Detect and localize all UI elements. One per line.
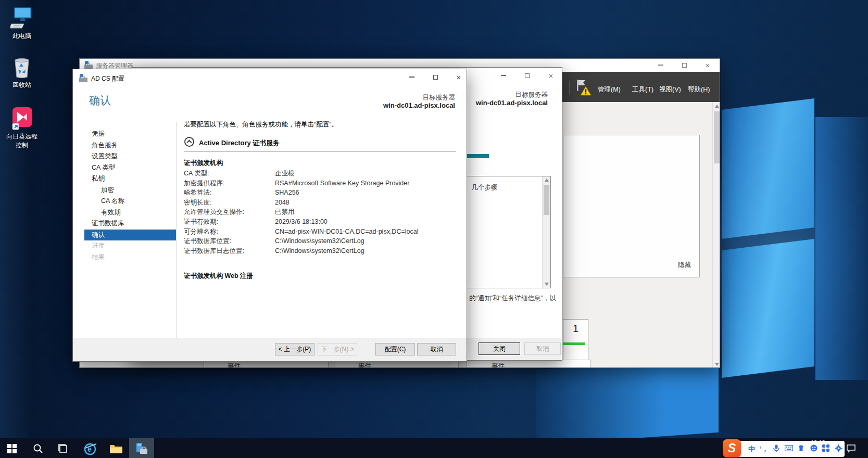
menu-manage[interactable]: 管理(M)	[598, 85, 621, 94]
detail-row: 哈希算法:SHA256	[184, 188, 460, 198]
sidebar-item-ca-name[interactable]: CA 名称	[84, 196, 176, 207]
sidebar-item-progress[interactable]: 进度	[84, 240, 176, 252]
minimize-button[interactable]	[652, 59, 670, 71]
sunflower-remote-icon	[11, 107, 33, 132]
detail-row: 证书有效期:2029/3/6 18:13:00	[184, 217, 460, 227]
list-scrollbar-up-arrow[interactable]	[545, 179, 549, 182]
sidebar-item-private-key[interactable]: 私钥	[84, 173, 176, 185]
ime-punctuation-toggle[interactable]: ’，	[758, 444, 770, 454]
hide-link[interactable]: 隐藏	[678, 261, 691, 270]
scrollbar-down-arrow[interactable]	[715, 363, 719, 366]
recycle-bin-icon	[11, 56, 32, 81]
list-scrollbar-thumb[interactable]	[544, 185, 549, 215]
cancel-button[interactable]: 取消	[417, 343, 456, 355]
search-button[interactable]	[26, 438, 50, 458]
close-button[interactable]: ×	[450, 71, 467, 83]
task-view-button[interactable]	[51, 438, 75, 458]
status-green-bar	[563, 342, 585, 345]
maximize-button[interactable]	[426, 71, 444, 83]
ime-language-toggle[interactable]: 中	[746, 444, 758, 454]
internet-explorer-button[interactable]: e	[78, 438, 102, 458]
desktop-icon-label: 回收站	[0, 81, 44, 90]
ime-mic-icon[interactable]	[770, 444, 783, 454]
menu-tools[interactable]: 工具(T)	[632, 85, 653, 94]
sidebar-item-role-services[interactable]: 角色服务	[84, 140, 176, 151]
sidebar-item-cert-database[interactable]: 证书数据库	[84, 218, 176, 230]
desktop-icon-recycle-bin[interactable]: 回收站	[0, 56, 44, 90]
ime-settings-icon[interactable]	[832, 444, 845, 454]
minimize-button[interactable]	[495, 70, 512, 81]
detail-row: 加密提供程序:RSA#Microsoft Software Key Storag…	[184, 179, 460, 188]
events-tile: 事件	[467, 360, 590, 368]
sidebar-item-setup-type[interactable]: 设置类型	[84, 151, 176, 162]
internet-explorer-icon: e	[83, 441, 97, 456]
sidebar-item-confirmation[interactable]: 确认	[84, 230, 176, 241]
ime-apps-grid-icon[interactable]	[820, 444, 832, 453]
server-manager-icon	[135, 442, 148, 455]
vertical-scrollbar[interactable]	[712, 102, 720, 368]
list-scrollbar-down-arrow[interactable]	[545, 283, 549, 286]
ime-keyboard-icon[interactable]	[783, 445, 795, 453]
maximize-button[interactable]	[675, 59, 693, 71]
search-icon	[33, 443, 43, 454]
cancel-dialog-button[interactable]: 取消	[524, 342, 561, 355]
sidebar-divider	[176, 122, 177, 338]
task-view-icon	[58, 443, 68, 454]
sogou-logo-icon[interactable]: S	[723, 439, 741, 457]
server-manager-taskbar-button[interactable]	[129, 438, 154, 458]
confirmation-intro: 若要配置以下角色、角色服务或功能，请单击“配置”。	[184, 120, 338, 129]
progress-list-text: 几个步骤	[471, 183, 497, 192]
desktop-icon-this-pc[interactable]: 此电脑	[0, 6, 44, 41]
scrollbar-up-arrow[interactable]	[715, 105, 719, 108]
sidebar-item-cryptography[interactable]: 加密	[84, 185, 176, 196]
back-button[interactable]: < 上一步(P)	[275, 343, 315, 355]
configure-button[interactable]: 配置(C)	[375, 343, 415, 355]
wizard-title: AD CS 配置	[91, 74, 124, 83]
wizard-sidebar: 凭据 角色服务 设置类型 CA 类型 私钥 加密 CA 名称 有效期 证书数据库…	[84, 129, 176, 263]
section-divider	[184, 151, 456, 152]
wallpaper-logo-fade	[815, 117, 868, 380]
list-scrollbar[interactable]	[542, 176, 550, 288]
target-server-name: win-dc01.ad-pisx.local	[476, 99, 548, 107]
detail-row: CA 类型:企业根	[184, 169, 460, 179]
desktop-icon-sunflower-remote[interactable]: 向日葵远程 控制	[0, 107, 44, 150]
collapse-expander-icon[interactable]	[184, 137, 194, 147]
wallpaper-logo-pane	[536, 357, 719, 445]
windows-logo-icon	[7, 444, 17, 453]
progress-footer-text: 的“通知”和“任务详细信息”，以	[469, 294, 556, 303]
close-button[interactable]: ×	[699, 59, 716, 71]
action-center-icon	[846, 444, 856, 453]
start-button[interactable]	[0, 438, 24, 458]
detail-row: 密钥长度:2048	[184, 198, 460, 208]
events-header: 事件	[228, 362, 241, 368]
ime-toolbar: S 中 ’，	[725, 441, 845, 457]
scrollbar-thumb[interactable]	[714, 111, 720, 163]
group-title-ca: 证书颁发机构	[184, 159, 223, 168]
sidebar-item-ca-type[interactable]: CA 类型	[84, 162, 176, 174]
sidebar-item-validity[interactable]: 有效期	[84, 207, 176, 219]
desktop-icon-label: 向日葵远程	[0, 132, 44, 141]
welcome-panel: 隐藏	[563, 135, 700, 277]
warning-badge-icon	[580, 86, 592, 98]
target-server-name: win-dc01.ad-pisx.local	[383, 101, 455, 109]
file-explorer-button[interactable]	[104, 438, 128, 458]
menubar-divider	[569, 81, 570, 95]
svg-text:e: e	[87, 445, 92, 453]
sidebar-item-credentials[interactable]: 凭据	[84, 129, 176, 140]
detail-row: 可分辨名称:CN=ad-pisx-WIN-DC01-CA,DC=ad-pisx,…	[184, 227, 460, 237]
target-server-label: 目标服务器	[515, 91, 548, 99]
close-dialog-button[interactable]: 关闭	[479, 342, 520, 355]
adcs-wizard-dialog: AD CS 配置 × 确认 目标服务器 win-dc01.ad-pisx.loc…	[72, 69, 467, 362]
next-button[interactable]: 下一步(N) >	[318, 343, 357, 355]
menu-help[interactable]: 帮助(H)	[688, 85, 710, 94]
maximize-button[interactable]	[518, 70, 536, 81]
wallpaper-logo-pane	[722, 98, 814, 239]
detail-row: 证书数据库日志位置:C:\Windows\system32\CertLog	[184, 246, 460, 256]
minimize-button[interactable]	[403, 71, 421, 83]
desktop: 此电脑 回收站 向日葵远程 控制	[0, 0, 868, 458]
menu-view[interactable]: 视图(V)	[659, 85, 681, 94]
ime-skin-icon[interactable]	[795, 444, 808, 453]
close-button[interactable]: ×	[542, 70, 560, 81]
sidebar-item-results[interactable]: 结果	[84, 252, 176, 263]
ime-emoji-icon[interactable]	[808, 444, 820, 453]
